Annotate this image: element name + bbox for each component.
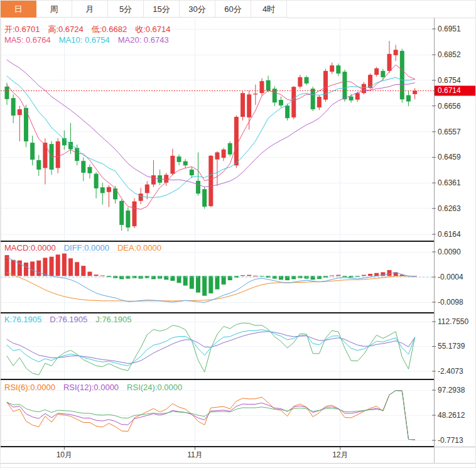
last-price-tag-value: 0.6714 — [438, 86, 461, 95]
candle-body — [279, 100, 283, 106]
y-axis-label: 97.2938 — [438, 386, 465, 395]
candle-body — [394, 50, 398, 55]
tab-timeframe-6[interactable]: 30分 — [180, 1, 215, 18]
candle-body — [413, 90, 417, 94]
y-axis-label: 0.6164 — [438, 230, 461, 239]
tab-timeframe-7[interactable]: 60分 — [215, 1, 251, 18]
candle-body — [234, 117, 239, 165]
candle-body — [355, 93, 360, 99]
y-axis-label: 112.7550 — [438, 317, 468, 326]
candle-body — [139, 193, 143, 201]
candle-body — [30, 143, 35, 160]
candle-body — [374, 68, 379, 75]
candle-body — [126, 210, 130, 227]
candle-body — [208, 156, 213, 206]
chart-area[interactable]: 0.69510.68520.67540.66560.65570.64590.63… — [1, 18, 476, 464]
candle-body — [298, 77, 302, 87]
candle-body — [113, 188, 117, 199]
candle-body — [336, 65, 340, 73]
tab-timeframe-5[interactable]: 15分 — [144, 1, 180, 18]
candle-body — [183, 161, 188, 166]
candle-body — [190, 170, 194, 175]
tabbar-filler — [287, 1, 475, 18]
y-axis-label: -2.4073 — [438, 367, 463, 376]
candle-body — [311, 89, 315, 109]
candle-body — [36, 160, 41, 170]
candle-body — [387, 54, 392, 71]
candle-body — [170, 156, 175, 174]
y-axis-label: 0.6263 — [438, 204, 461, 213]
candle-body — [317, 97, 322, 107]
candle-body — [260, 81, 264, 93]
candle-body — [266, 80, 271, 90]
x-axis-label: 12月 — [332, 450, 348, 459]
candle-body — [5, 87, 9, 99]
candle-body — [164, 175, 168, 182]
candle-body — [247, 94, 251, 117]
trading-chart-widget: 日周月5分15分30分60分4时 0.69510.68520.67540.665… — [0, 0, 476, 468]
tab-timeframe-4[interactable]: 5分 — [108, 1, 144, 18]
candle-body — [241, 93, 245, 117]
y-axis-label: 0.6557 — [438, 128, 461, 136]
candle-body — [94, 174, 99, 188]
y-axis-label: 0.6361 — [438, 178, 461, 187]
x-axis-label: 11月 — [187, 450, 202, 459]
y-axis-label: -0.0098 — [438, 298, 463, 307]
candle-body — [43, 143, 47, 168]
candle-body — [406, 95, 411, 102]
candle-body — [100, 187, 105, 193]
candle-body — [75, 148, 79, 161]
candle-body — [349, 97, 354, 101]
candle-body — [400, 51, 404, 99]
y-axis-label: 0.6754 — [438, 76, 461, 85]
candle-body — [107, 187, 111, 192]
y-axis-label: 0.6951 — [438, 24, 461, 33]
y-axis-label: -0.7713 — [438, 436, 463, 445]
y-axis-label: 0.6852 — [438, 50, 461, 59]
candle-body — [228, 143, 232, 155]
y-axis-label: 0.6459 — [438, 153, 461, 161]
y-axis-label: 0.0090 — [438, 248, 461, 256]
candle-body — [381, 71, 385, 77]
candle-body — [285, 106, 289, 118]
candle-body — [81, 161, 85, 173]
candle-body — [342, 72, 347, 99]
tab-timeframe-2[interactable]: 周 — [36, 1, 72, 18]
candle-body — [18, 109, 22, 115]
candle-body — [11, 98, 16, 116]
candle-body — [253, 94, 257, 94]
timeframe-tabbar: 日周月5分15分30分60分4时 — [1, 1, 475, 18]
tab-timeframe-8[interactable]: 4时 — [251, 1, 287, 18]
candle-body — [202, 189, 207, 207]
x-axis-label: 10月 — [57, 450, 72, 459]
candle-body — [196, 181, 200, 193]
candle-body — [323, 71, 328, 100]
candle-body — [215, 153, 219, 160]
candle-body — [87, 167, 92, 173]
candle-body — [133, 202, 137, 226]
y-axis-label: 0.6656 — [438, 102, 461, 111]
tab-timeframe-3[interactable]: 月 — [72, 1, 108, 18]
candle-body — [56, 141, 60, 168]
candle-body — [177, 156, 181, 162]
candle-body — [362, 84, 366, 94]
tab-timeframe-1[interactable]: 日 — [1, 1, 36, 18]
candle-body — [145, 185, 149, 193]
candle-body — [151, 175, 156, 185]
candle-body — [291, 87, 296, 117]
chart-canvas[interactable]: 0.69510.68520.67540.66560.65570.64590.63… — [1, 18, 476, 464]
y-axis-label: -0.0004 — [438, 273, 463, 281]
candle-body — [305, 77, 309, 84]
candle-body — [330, 65, 334, 72]
y-axis-label: 48.2612 — [438, 411, 465, 420]
y-axis-label: 55.1739 — [438, 342, 465, 351]
candle-body — [119, 201, 124, 225]
candle-body — [222, 150, 226, 158]
